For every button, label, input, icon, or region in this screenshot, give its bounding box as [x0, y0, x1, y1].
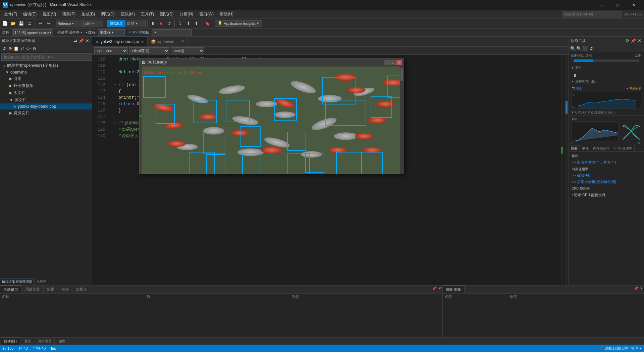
menu-edit[interactable]: 编辑(E): [20, 10, 39, 18]
toolbar-pause[interactable]: ⏸: [149, 20, 157, 27]
tab-local-vars[interactable]: 局部变量: [22, 285, 44, 293]
thread-dropdown[interactable]: 主线程 ▾: [98, 29, 125, 36]
diag-zoom-out[interactable]: 🔍: [576, 46, 582, 51]
toolbar-saveall[interactable]: 🗂: [25, 20, 33, 27]
tab-auto-window[interactable]: 自动窗口: [0, 285, 22, 293]
toolbar-restart[interactable]: ↺: [165, 20, 173, 27]
nav-exception[interactable]: 异常设置: [36, 338, 55, 345]
maximize-button[interactable]: □: [610, 0, 625, 10]
se-toolbar-btn4[interactable]: ⇄: [19, 46, 25, 51]
call-stack-close[interactable]: ✕: [639, 285, 644, 291]
events-pause-btn[interactable]: ⏸: [572, 73, 578, 78]
fold-126[interactable]: [112, 108, 118, 113]
summary-snapshot-link[interactable]: 截取快照: [569, 172, 644, 179]
summary-heap-link[interactable]: 启用堆分析(会影响性能): [569, 179, 644, 185]
code-scrollbar[interactable]: [565, 55, 569, 285]
tab-class-view[interactable]: 类视图: [35, 278, 49, 285]
platform-dropdown[interactable]: x64 ▾: [83, 20, 103, 27]
image-win-maximize[interactable]: □: [390, 60, 396, 65]
close-button[interactable]: ✕: [626, 0, 641, 10]
toolbar-save[interactable]: 💾: [17, 20, 25, 27]
se-toolbar-btn2[interactable]: ⊕: [7, 46, 13, 51]
tree-headers[interactable]: ▶ 头文件: [0, 89, 92, 96]
menu-help[interactable]: 帮助(H): [217, 10, 236, 18]
tab-watch1[interactable]: 监视 1: [72, 285, 90, 293]
toolbar-stepout[interactable]: ⬆: [193, 20, 200, 27]
fold-118[interactable]: [112, 57, 118, 62]
menu-project[interactable]: 项目(P): [59, 10, 78, 18]
fold-125[interactable]: [112, 101, 118, 107]
image-win-close[interactable]: ✕: [396, 60, 402, 65]
minimize-button[interactable]: —: [594, 0, 609, 10]
menu-team[interactable]: 团队(M): [118, 10, 138, 18]
tree-refs[interactable]: ▶ 引用: [0, 75, 92, 82]
tab-openvino-close[interactable]: ✕: [181, 39, 184, 44]
tab-call-stack[interactable]: 调用堆栈: [443, 285, 465, 293]
se-toolbar-btn3[interactable]: 📋: [13, 46, 19, 51]
code-editor[interactable]: 118 119 120 121 122 123 124 125 126 127 …: [92, 55, 569, 285]
diag-close-btn[interactable]: ✕: [637, 38, 642, 43]
auto-window-close[interactable]: ✕: [437, 285, 442, 291]
scroll-thumb[interactable]: [566, 101, 568, 114]
action-type-dropdown[interactable]: 自动 ▾: [125, 20, 146, 27]
menu-analyze[interactable]: 分析(N): [177, 10, 196, 18]
menu-window[interactable]: 窗口(W): [197, 10, 216, 18]
config-dropdown[interactable]: Release ▾: [56, 20, 83, 27]
tab-events-diag[interactable]: 事件: [580, 145, 591, 151]
range-select[interactable]: (全局范围): [129, 47, 169, 54]
tab-cpu-usage[interactable]: CPU 使用率: [612, 145, 635, 151]
nav-auto-window[interactable]: 自动窗口: [1, 338, 20, 345]
application-insights-btn[interactable]: 💡 Application Insights ▾: [215, 20, 262, 27]
auto-window-pin[interactable]: 📌: [432, 285, 437, 291]
tree-external[interactable]: ▶ 外部依赖项: [0, 82, 92, 89]
status-source-control[interactable]: ➕ 添加到源代码行管理 ▾: [599, 346, 641, 351]
fold-123[interactable]: [112, 89, 118, 94]
toolbar-redo[interactable]: ↪: [45, 20, 52, 27]
tab-watch[interactable]: 监视: [44, 285, 58, 293]
panel-close-btn[interactable]: ✕: [85, 38, 90, 43]
tab-cpp-close[interactable]: ✕: [141, 40, 144, 44]
tab-memory-usage[interactable]: 内存使用率: [591, 145, 612, 151]
menu-tools[interactable]: 工具(T): [138, 10, 157, 18]
diag-pin-btn[interactable]: 📌: [631, 38, 636, 43]
tab-openvino[interactable]: 📦 openvino ✕: [148, 37, 188, 46]
toolbar-undo[interactable]: ↩: [37, 20, 44, 27]
toolbar-stop[interactable]: ■: [157, 20, 165, 27]
fold-120[interactable]: [112, 70, 118, 75]
nav-breakpoints[interactable]: 新点: [22, 338, 34, 345]
menu-view[interactable]: 视图(V): [40, 10, 59, 18]
diag-settings-btn[interactable]: ⚙: [625, 38, 630, 43]
fold-124[interactable]: [112, 95, 118, 100]
quick-search-input[interactable]: [562, 11, 622, 17]
diag-zoom-fit[interactable]: ⬛: [582, 46, 588, 51]
image-scrollbar[interactable]: [400, 67, 404, 174]
tree-resources[interactable]: ▶ 资源文件: [0, 109, 92, 117]
fold-127[interactable]: [112, 114, 118, 120]
fold-122[interactable]: ▽: [112, 82, 118, 88]
panel-pin-btn[interactable]: 📌: [78, 38, 84, 43]
panel-sync-btn[interactable]: ⇄: [72, 38, 78, 43]
tree-main-cpp[interactable]: ◈ yolov3-tiny-demo.cpp: [0, 103, 92, 109]
solution-search-input[interactable]: [1, 53, 93, 61]
process-dropdown[interactable]: [14248] openvino.exe ▾: [12, 29, 53, 36]
tab-solution-explorer[interactable]: 解决方案资源管理器: [0, 278, 35, 285]
diag-refresh[interactable]: ↺: [588, 46, 594, 51]
tree-solution[interactable]: ▷ 解决方案'openvino'(1个项目): [0, 62, 92, 69]
image-scroll-thumb[interactable]: [400, 68, 403, 81]
fold-121[interactable]: [112, 76, 118, 81]
tab-summary[interactable]: 摘要: [569, 145, 580, 151]
call-stack-pin[interactable]: 📌: [633, 285, 639, 291]
image-win-minimize[interactable]: —: [384, 60, 390, 65]
menu-debug[interactable]: 调试(D): [98, 10, 117, 18]
menu-build[interactable]: 生成(B): [79, 10, 98, 18]
toolbar-open[interactable]: 📂: [9, 20, 17, 27]
fold-129[interactable]: [112, 127, 118, 132]
diag-zoom-in[interactable]: 🔍: [570, 46, 576, 51]
toolbar-new[interactable]: 📄: [1, 20, 9, 27]
se-toolbar-btn5[interactable]: <>: [25, 46, 31, 51]
tree-project[interactable]: ▼ openvino: [0, 69, 92, 75]
menu-file[interactable]: 文件(F): [1, 10, 20, 18]
se-toolbar-btn1[interactable]: ↺: [1, 46, 7, 51]
fold-128[interactable]: ▽: [112, 121, 118, 126]
image-window-titlebar[interactable]: 🖼 outimage — □ ✕: [140, 58, 404, 67]
